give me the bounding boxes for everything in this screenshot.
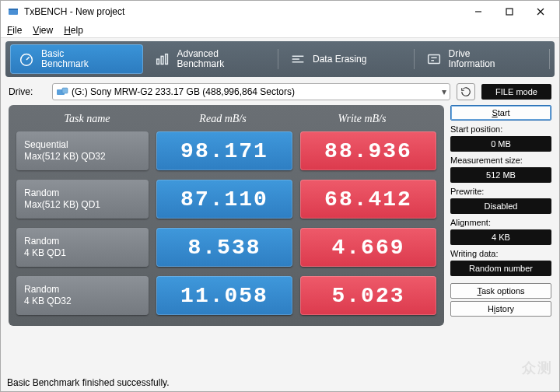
col-header-read: Read mB/s bbox=[153, 113, 292, 125]
chevron-down-icon: ▾ bbox=[442, 86, 446, 97]
read-value: 8.538 bbox=[156, 228, 292, 267]
tab-label: AdvancedBenchmark bbox=[177, 49, 225, 69]
svg-rect-8 bbox=[156, 59, 159, 64]
refresh-button[interactable] bbox=[457, 83, 475, 100]
measurement-size-label: Measurement size: bbox=[450, 156, 551, 165]
close-button[interactable] bbox=[525, 1, 556, 23]
tab-label: BasicBenchmark bbox=[41, 49, 89, 69]
maximize-button[interactable] bbox=[494, 1, 525, 23]
app-icon bbox=[7, 5, 19, 18]
menu-file[interactable]: File bbox=[7, 25, 22, 36]
drive-label: Drive: bbox=[9, 86, 46, 97]
svg-line-7 bbox=[26, 57, 30, 60]
alignment-value[interactable]: 4 KB bbox=[450, 229, 551, 245]
tab-drive-information[interactable]: DriveInformation bbox=[418, 44, 551, 74]
svg-point-6 bbox=[21, 54, 33, 66]
task-options-button[interactable]: Task options bbox=[450, 283, 551, 299]
tab-basic-benchmark[interactable]: BasicBenchmark bbox=[10, 44, 143, 74]
alignment-label: Alignment: bbox=[450, 218, 551, 227]
bench-row: Sequential Max(512 KB) QD32 98.171 88.93… bbox=[16, 131, 436, 170]
bench-row: Random 4 KB QD1 8.538 4.669 bbox=[16, 228, 436, 267]
drive-row: Drive: (G:) Sony MRW-G2 233.17 GB (488,9… bbox=[1, 77, 559, 105]
menu-help[interactable]: Help bbox=[64, 25, 83, 36]
task-cell: Random 4 KB QD1 bbox=[16, 228, 149, 267]
col-header-write: Write mB/s bbox=[292, 113, 432, 125]
read-value: 87.110 bbox=[156, 180, 292, 219]
bar-chart-icon bbox=[154, 51, 171, 68]
window-title: TxBENCH - New project bbox=[24, 6, 463, 17]
start-button[interactable]: Start bbox=[450, 105, 551, 121]
start-position-value[interactable]: 0 MB bbox=[450, 136, 551, 152]
disk-icon bbox=[56, 87, 68, 96]
erase-icon bbox=[289, 51, 306, 68]
svg-rect-11 bbox=[428, 55, 439, 64]
task-cell: Random Max(512 KB) QD1 bbox=[16, 180, 149, 219]
write-value: 88.936 bbox=[300, 131, 436, 170]
benchmark-panel: Task name Read mB/s Write mB/s Sequentia… bbox=[9, 105, 444, 326]
col-header-task: Task name bbox=[21, 113, 153, 125]
start-position-label: Start position: bbox=[450, 124, 551, 134]
gauge-icon bbox=[18, 51, 35, 68]
prewrite-label: Prewrite: bbox=[450, 187, 551, 196]
tab-label: DriveInformation bbox=[449, 49, 495, 69]
side-panel: Start Start position: 0 MB Measurement s… bbox=[450, 105, 551, 326]
watermark: 众测 bbox=[522, 359, 553, 377]
file-mode-button[interactable]: FILE mode bbox=[481, 84, 551, 100]
title-bar: TxBENCH - New project bbox=[1, 1, 559, 23]
tab-label: Data Erasing bbox=[313, 54, 366, 65]
writing-data-value[interactable]: Random number bbox=[450, 261, 551, 276]
history-button[interactable]: History bbox=[450, 301, 551, 317]
drive-select[interactable]: (G:) Sony MRW-G2 233.17 GB (488,996,864 … bbox=[52, 83, 450, 100]
svg-rect-15 bbox=[62, 88, 68, 93]
drive-selected-text: (G:) Sony MRW-G2 233.17 GB (488,996,864 … bbox=[72, 86, 295, 97]
svg-rect-1 bbox=[9, 9, 18, 10]
measurement-size-value[interactable]: 512 MB bbox=[450, 167, 551, 183]
task-cell: Sequential Max(512 KB) QD32 bbox=[16, 131, 149, 170]
read-value: 98.171 bbox=[156, 131, 292, 170]
drive-info-icon bbox=[425, 51, 443, 68]
svg-rect-9 bbox=[161, 56, 163, 64]
write-value: 5.023 bbox=[300, 276, 436, 315]
bench-row: Random Max(512 KB) QD1 87.110 68.412 bbox=[16, 180, 436, 219]
writing-data-label: Writing data: bbox=[450, 249, 551, 258]
menu-view[interactable]: View bbox=[33, 25, 53, 36]
tab-data-erasing[interactable]: Data Erasing bbox=[282, 44, 415, 74]
minimize-button[interactable] bbox=[463, 1, 494, 23]
status-bar: Basic Benchmark finished successfully. bbox=[4, 376, 556, 390]
write-value: 4.669 bbox=[300, 228, 436, 267]
bench-row: Random 4 KB QD32 11.058 5.023 bbox=[16, 276, 436, 315]
menu-bar: File View Help bbox=[1, 23, 559, 38]
read-value: 11.058 bbox=[156, 276, 292, 315]
prewrite-value[interactable]: Disabled bbox=[450, 198, 551, 214]
tab-strip: BasicBenchmark AdvancedBenchmark Data Er… bbox=[5, 41, 555, 77]
tab-advanced-benchmark[interactable]: AdvancedBenchmark bbox=[146, 44, 279, 74]
task-cell: Random 4 KB QD32 bbox=[16, 276, 149, 315]
write-value: 68.412 bbox=[300, 180, 436, 219]
svg-rect-10 bbox=[165, 54, 167, 65]
svg-rect-3 bbox=[506, 9, 513, 15]
